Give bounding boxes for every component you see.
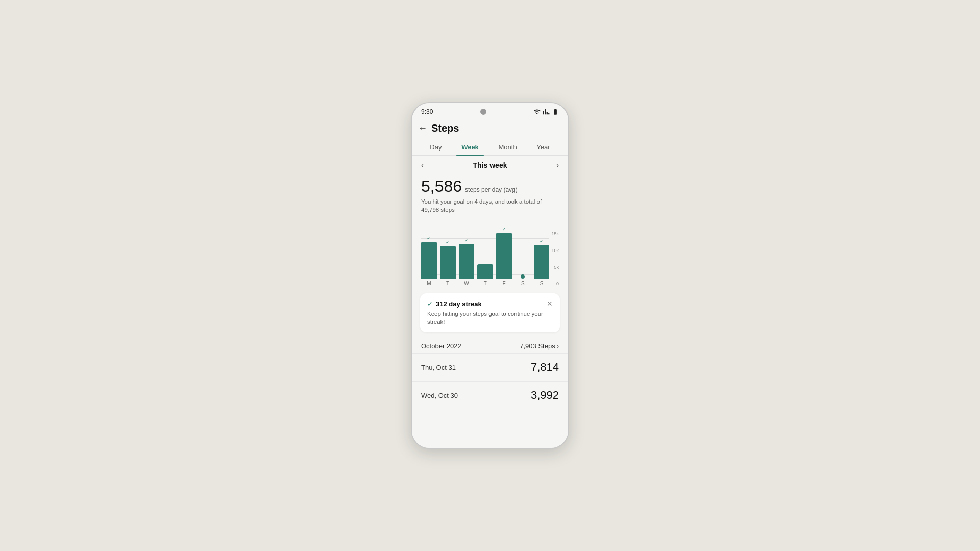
bar-wednesday: ✓ W: [459, 220, 475, 286]
y-label-15k: 15k: [551, 231, 559, 236]
streak-close-button[interactable]: ✕: [547, 299, 553, 308]
app-header: ← Steps: [412, 117, 568, 137]
day-steps-0: 7,814: [531, 361, 559, 374]
next-week-button[interactable]: ›: [556, 161, 559, 170]
bar-rect-monday: [421, 242, 437, 279]
day-label-friday: F: [502, 281, 505, 286]
day-row-0[interactable]: Thu, Oct 31 7,814: [412, 353, 568, 381]
day-label-thursday: T: [484, 281, 487, 286]
battery-icon: [552, 108, 559, 115]
check-friday: ✓: [502, 227, 506, 232]
streak-description: Keep hitting your steps goal to continue…: [427, 310, 553, 326]
y-label-0: 0: [551, 281, 559, 286]
chart-wrapper: ✓ M ✓ T ✓ W: [421, 220, 559, 286]
bar-rect-thursday: [477, 264, 493, 279]
bar-rect-sunday: [534, 245, 550, 279]
month-arrow-icon: ›: [557, 342, 559, 350]
streak-card: ✓ 312 day streak ✕ Keep hitting your ste…: [420, 293, 560, 332]
month-header: October 2022 7,903 Steps ›: [412, 337, 568, 353]
week-label: This week: [473, 161, 507, 169]
tab-day[interactable]: Day: [425, 139, 447, 155]
y-label-10k: 10k: [551, 248, 559, 253]
signal-icon: [543, 108, 550, 115]
tab-week[interactable]: Week: [456, 139, 484, 155]
steps-description: You hit your goal on 4 days, and took a …: [421, 197, 559, 214]
y-label-5k: 5k: [551, 265, 559, 270]
steps-avg-value: 5,586: [421, 177, 462, 196]
streak-header: ✓ 312 day streak ✕: [427, 299, 553, 308]
check-sunday: ✓: [540, 239, 544, 244]
bar-saturday: ✓ S: [515, 220, 531, 286]
wifi-icon: [533, 108, 541, 115]
check-monday: ✓: [427, 236, 431, 241]
streak-title-row: ✓ 312 day streak: [427, 300, 482, 308]
day-label-saturday: S: [521, 281, 525, 286]
month-steps-link[interactable]: 7,903 Steps ›: [520, 342, 559, 350]
bar-sunday: ✓ S: [534, 220, 550, 286]
screen-content: ← Steps Day Week Month Year ‹ This week …: [412, 117, 568, 448]
stats-section: 5,586 steps per day (avg) You hit your g…: [412, 175, 568, 214]
bar-rect-friday: [496, 233, 512, 279]
day-label-wednesday: W: [464, 281, 469, 286]
back-button[interactable]: ←: [418, 123, 427, 134]
bar-tuesday: ✓ T: [440, 220, 456, 286]
streak-title: 312 day streak: [436, 300, 482, 308]
prev-week-button[interactable]: ‹: [421, 161, 424, 170]
bar-friday: ✓ F: [496, 220, 512, 286]
chart-area: ✓ M ✓ T ✓ W: [412, 214, 568, 288]
tab-year[interactable]: Year: [531, 139, 555, 155]
status-icons: [533, 108, 559, 115]
bar-rect-tuesday: [440, 246, 456, 279]
steps-unit-label: steps per day (avg): [465, 186, 518, 193]
week-nav: ‹ This week ›: [412, 156, 568, 175]
month-label: October 2022: [421, 342, 461, 350]
bar-rect-wednesday: [459, 244, 475, 279]
page-title: Steps: [431, 122, 459, 134]
steps-avg-row: 5,586 steps per day (avg): [421, 177, 559, 196]
day-date-0: Thu, Oct 31: [421, 364, 456, 371]
chart-bars: ✓ M ✓ T ✓ W: [421, 220, 549, 286]
streak-check-icon: ✓: [427, 300, 433, 308]
tab-bar: Day Week Month Year: [412, 137, 568, 156]
check-tuesday: ✓: [446, 240, 450, 245]
day-steps-1: 3,992: [531, 389, 559, 402]
tab-month[interactable]: Month: [494, 139, 522, 155]
camera-indicator: [480, 109, 486, 115]
check-wednesday: ✓: [464, 238, 469, 243]
day-date-1: Wed, Oct 30: [421, 392, 458, 399]
chart-y-axis: 15k 10k 5k 0: [551, 231, 559, 286]
month-steps-value: 7,903 Steps: [520, 342, 555, 350]
status-time: 9:30: [421, 108, 433, 115]
dot-saturday: [521, 274, 525, 279]
bar-thursday: ✓ T: [477, 220, 493, 286]
day-label-tuesday: T: [446, 281, 449, 286]
day-label-sunday: S: [540, 281, 544, 286]
day-label-monday: M: [427, 281, 431, 286]
bar-monday: ✓ M: [421, 220, 437, 286]
status-bar: 9:30: [412, 103, 568, 117]
phone-shell: 9:30 ← Steps Day: [411, 102, 569, 449]
day-row-1[interactable]: Wed, Oct 30 3,992: [412, 381, 568, 409]
